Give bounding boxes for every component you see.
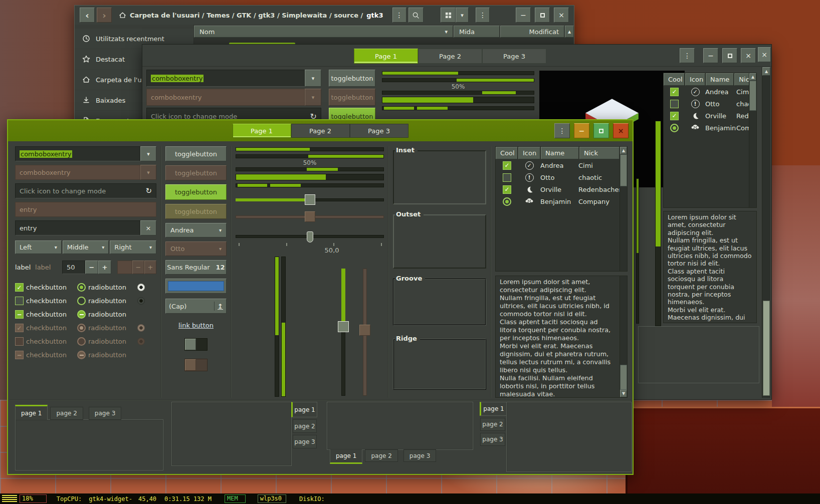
vertical-scale[interactable] bbox=[338, 269, 349, 396]
gtk3-treeview[interactable]: Cool Icon Name Nick ✓ ✓ Andrea Cimi ! Ot… bbox=[663, 73, 757, 208]
tab-page1-active[interactable]: page 1 bbox=[480, 402, 507, 416]
comboboxentry[interactable]: comboboxentry ▾ bbox=[15, 146, 156, 161]
scrollbar[interactable]: ▲ bbox=[620, 147, 627, 271]
scroll-up-icon[interactable]: ▲ bbox=[565, 26, 574, 38]
minimize-button[interactable]: − bbox=[574, 123, 589, 138]
scroll-up-icon[interactable]: ▲ bbox=[749, 73, 756, 81]
background-window-close-button[interactable]: × bbox=[758, 47, 771, 62]
close-button[interactable]: × bbox=[741, 48, 756, 63]
gtk4-treeview[interactable]: Cool Icon Name Nick ✓ ✓ Andrea Cimi ! bbox=[495, 146, 628, 272]
scale-with-marks[interactable] bbox=[236, 230, 384, 242]
icon-entry[interactable]: Click icon to change mode ↻ bbox=[15, 183, 156, 198]
menu-dots-icon[interactable]: ⋮ bbox=[554, 123, 570, 138]
spinbutton[interactable]: 50 − + bbox=[62, 261, 111, 274]
tab-page2[interactable]: page 2 bbox=[480, 418, 505, 431]
radio-selected[interactable] bbox=[503, 197, 511, 206]
tab-page3[interactable]: Page 3 bbox=[350, 124, 408, 138]
scale-handle[interactable] bbox=[338, 321, 349, 332]
gtk4-textview[interactable]: Lorem ipsum dolor sit amet, consectetur … bbox=[495, 276, 628, 398]
checkbox-unchecked[interactable] bbox=[670, 100, 679, 108]
search-button[interactable] bbox=[408, 8, 424, 23]
minimize-button[interactable]: − bbox=[703, 48, 718, 63]
tab-page1-active[interactable]: page 1 bbox=[15, 405, 48, 420]
tree-row[interactable]: ✓ ✓ Andrea Cimi bbox=[664, 86, 749, 98]
color-button[interactable] bbox=[165, 279, 227, 294]
tree-column-nick[interactable]: Nick bbox=[734, 73, 749, 86]
tree-row[interactable]: ! Otto chaotic bbox=[664, 98, 749, 110]
togglebutton-active[interactable]: togglebutton bbox=[165, 184, 227, 200]
maximize-button[interactable] bbox=[535, 8, 550, 23]
tab-page2[interactable]: Page 2 bbox=[291, 124, 350, 138]
checkbox-checked[interactable]: ✓ bbox=[503, 161, 511, 170]
radio-selected[interactable] bbox=[670, 124, 679, 132]
togglebutton[interactable]: togglebutton bbox=[329, 70, 375, 87]
column-header-name[interactable]: Nom ▾ bbox=[194, 26, 453, 38]
radio-indicator-off[interactable] bbox=[137, 297, 145, 305]
radio-selected[interactable] bbox=[77, 283, 86, 292]
breadcrumb-path[interactable]: Carpeta de l'usuari / Temes / GTK / gtk3… bbox=[130, 12, 363, 19]
tab-page1[interactable]: Page 1 bbox=[354, 49, 418, 64]
close-button[interactable]: × bbox=[554, 8, 569, 23]
tab-page1-active[interactable]: page 1 bbox=[291, 402, 317, 417]
dropdown-right[interactable]: Right▾ bbox=[110, 240, 156, 254]
tab-page3[interactable]: page 3 bbox=[89, 407, 121, 420]
togglebutton[interactable]: togglebutton bbox=[165, 146, 227, 161]
scale[interactable] bbox=[236, 194, 384, 205]
tree-column-cool[interactable]: Cool bbox=[496, 147, 518, 159]
tab-page2[interactable]: page 2 bbox=[293, 419, 317, 433]
window-scrollbar[interactable]: ▲ bbox=[762, 67, 770, 398]
scale-handle[interactable] bbox=[307, 231, 313, 242]
tab-page2[interactable]: Page 2 bbox=[418, 49, 482, 64]
column-header-modified[interactable]: Modificat bbox=[500, 26, 564, 38]
tab-page1-active[interactable]: page 1 bbox=[330, 449, 362, 464]
tree-row[interactable]: ! Otto chaotic bbox=[496, 171, 620, 183]
column-header-size[interactable]: Mida bbox=[454, 26, 500, 38]
checkbox-checked[interactable]: ✓ bbox=[670, 112, 679, 120]
font-button[interactable]: Sans Regular 12 bbox=[165, 260, 227, 275]
link-button[interactable]: link button bbox=[165, 322, 227, 329]
view-dropdown-button[interactable]: ▾ bbox=[456, 8, 469, 23]
checkbox-unchecked[interactable] bbox=[503, 173, 511, 182]
tab-page1[interactable]: Page 1 bbox=[233, 124, 291, 138]
tree-row[interactable]: ✓ Orville Redenbacher bbox=[664, 110, 749, 122]
tree-column-nick[interactable]: Nick bbox=[579, 147, 620, 159]
menu-dots-icon[interactable]: ⋮ bbox=[680, 48, 695, 63]
scrollbar[interactable]: ▼ bbox=[620, 276, 627, 397]
scroll-down-icon[interactable]: ▼ bbox=[620, 390, 627, 397]
clear-icon[interactable]: × bbox=[140, 220, 156, 235]
spin-plus-button[interactable]: + bbox=[98, 261, 111, 274]
breadcrumb-current[interactable]: gtk3 bbox=[366, 12, 383, 19]
maximize-button[interactable] bbox=[722, 48, 737, 63]
forward-button[interactable]: › bbox=[97, 8, 112, 23]
comboboxentry-input[interactable]: comboboxentry bbox=[146, 70, 305, 87]
tree-row[interactable]: ✓ Orville Redenbacher bbox=[496, 183, 620, 195]
refresh-icon[interactable]: ↻ bbox=[145, 186, 152, 195]
chevron-down-icon[interactable]: ▾ bbox=[140, 146, 156, 161]
window-menu-button[interactable]: ⋮ bbox=[476, 8, 490, 23]
tab-page2[interactable]: page 2 bbox=[50, 407, 83, 420]
tree-column-icon[interactable]: Icon bbox=[518, 147, 540, 159]
tab-page3[interactable]: page 3 bbox=[293, 435, 317, 448]
switch-off[interactable] bbox=[184, 338, 208, 351]
back-button[interactable]: ‹ bbox=[80, 8, 95, 23]
entry-with-clear[interactable]: entry × bbox=[15, 220, 156, 235]
dropdown-middle[interactable]: Middle▾ bbox=[63, 240, 109, 254]
close-button[interactable]: × bbox=[613, 123, 629, 138]
tree-column-name[interactable]: Name bbox=[706, 73, 734, 86]
chevron-down-icon[interactable]: ▾ bbox=[305, 70, 321, 87]
checkbox-indeterminate[interactable]: − bbox=[15, 310, 24, 319]
scroll-up-icon[interactable]: ▲ bbox=[620, 147, 627, 154]
checkbox-checked[interactable]: ✓ bbox=[503, 185, 511, 194]
comboboxentry[interactable]: comboboxentry ▾ bbox=[146, 70, 321, 87]
scrollbar-thumb[interactable] bbox=[763, 301, 770, 396]
spin-minus-button[interactable]: − bbox=[85, 261, 98, 274]
scrollbar[interactable]: ▲ bbox=[749, 73, 756, 207]
breadcrumb[interactable]: Carpeta de l'usuari / Temes / GTK / gtk3… bbox=[119, 12, 383, 19]
tree-column-icon[interactable]: Icon bbox=[685, 73, 705, 86]
spin-value[interactable]: 50 bbox=[62, 261, 85, 274]
tab-page2[interactable]: page 2 bbox=[365, 449, 397, 462]
checkbox-checked[interactable]: ✓ bbox=[670, 88, 679, 96]
name-dropdown[interactable]: Andrea▾ bbox=[165, 223, 227, 237]
maximize-button[interactable] bbox=[593, 123, 609, 138]
tree-column-name[interactable]: Name bbox=[541, 147, 579, 159]
